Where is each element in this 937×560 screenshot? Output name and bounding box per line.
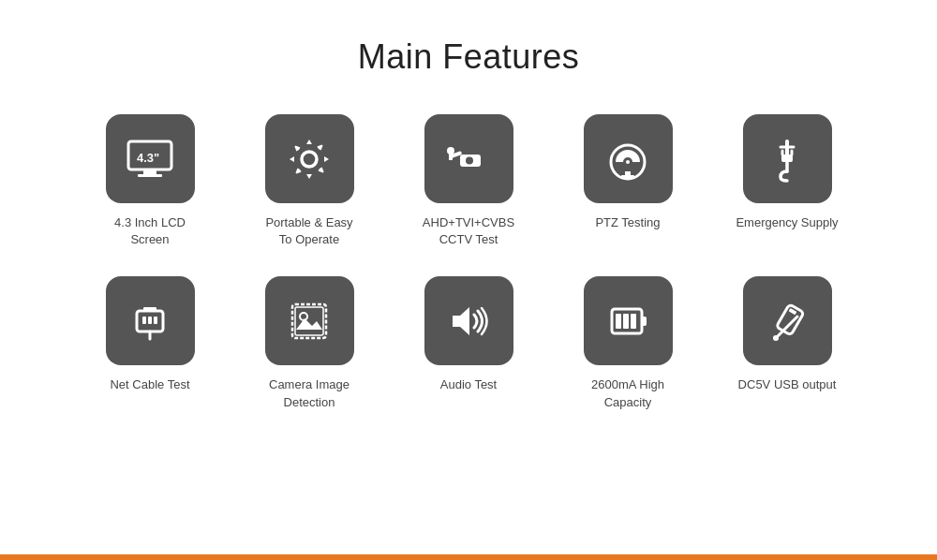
battery-icon-box xyxy=(584,276,673,365)
svg-rect-23 xyxy=(292,304,326,338)
svg-rect-9 xyxy=(449,151,453,160)
feature-audio: Audio Test xyxy=(417,276,520,410)
svg-rect-30 xyxy=(623,314,629,329)
usb-label: DC5V USB output xyxy=(738,376,837,393)
svg-point-11 xyxy=(626,160,630,164)
svg-rect-29 xyxy=(616,314,621,329)
features-row-2: Net Cable Test Camera Image Detection xyxy=(98,276,839,410)
audio-icon xyxy=(443,296,494,346)
camera-image-label: Camera Image Detection xyxy=(258,376,361,410)
svg-point-25 xyxy=(300,313,307,320)
svg-rect-20 xyxy=(154,317,157,324)
svg-point-35 xyxy=(773,335,779,341)
svg-rect-28 xyxy=(642,317,647,326)
feature-battery: 2600mA High Capacity xyxy=(576,276,679,410)
svg-rect-13 xyxy=(621,175,634,178)
usb-icon-box xyxy=(743,276,832,365)
svg-rect-24 xyxy=(295,307,323,335)
svg-point-4 xyxy=(302,152,317,167)
cctv-label: AHD+TVI+CVBS CCTV Test xyxy=(417,214,520,248)
svg-text:4.3": 4.3" xyxy=(137,151,159,165)
portable-label: Portable & Easy To Operate xyxy=(258,214,361,248)
ptz-icon-box xyxy=(584,114,673,203)
page-title: Main Features xyxy=(358,37,580,77)
emergency-icon-box xyxy=(743,114,832,203)
emergency-label: Emergency Supply xyxy=(736,214,838,231)
feature-camera-image: Camera Image Detection xyxy=(258,276,361,410)
usb-icon xyxy=(762,296,812,346)
svg-rect-19 xyxy=(148,317,152,324)
battery-label: 2600mA High Capacity xyxy=(576,376,679,410)
lcd-screen-label: 4.3 Inch LCD Screen xyxy=(98,214,201,248)
svg-rect-18 xyxy=(142,317,146,324)
camera-image-icon-box xyxy=(265,276,354,365)
features-row-1: 4.3" 4.3 Inch LCD Screen xyxy=(98,114,839,248)
cctv-icon-box xyxy=(424,114,513,203)
svg-point-6 xyxy=(466,156,473,164)
svg-rect-2 xyxy=(143,169,156,174)
net-cable-icon-box xyxy=(106,276,195,365)
svg-rect-22 xyxy=(143,307,156,311)
audio-label: Audio Test xyxy=(440,376,497,393)
bottom-accent-bar xyxy=(0,554,937,560)
svg-rect-3 xyxy=(138,174,162,177)
svg-rect-31 xyxy=(631,314,636,329)
image-icon xyxy=(284,296,335,346)
ethernet-icon xyxy=(125,296,175,346)
lcd-screen-icon-box: 4.3" xyxy=(106,114,195,203)
portable-icon-box xyxy=(265,114,354,203)
svg-marker-26 xyxy=(453,307,469,335)
feature-portable: Portable & Easy To Operate xyxy=(258,114,361,248)
features-grid: 4.3" 4.3 Inch LCD Screen xyxy=(0,114,937,411)
gear-icon xyxy=(284,134,335,184)
ptz-label: PTZ Testing xyxy=(595,214,660,231)
feature-usb: DC5V USB output xyxy=(736,276,839,410)
feature-ptz: PTZ Testing xyxy=(576,114,679,248)
feature-lcd-screen: 4.3" 4.3 Inch LCD Screen xyxy=(98,114,201,248)
plug-icon xyxy=(762,134,812,184)
lcd-icon: 4.3" xyxy=(125,134,175,184)
ptz-icon xyxy=(602,134,653,184)
feature-emergency: Emergency Supply xyxy=(736,114,839,248)
cctv-icon xyxy=(443,134,494,184)
net-cable-label: Net Cable Test xyxy=(110,376,189,393)
feature-net-cable: Net Cable Test xyxy=(98,276,201,410)
main-page: Main Features 4.3" 4.3 Inch LCD Screen xyxy=(0,0,937,560)
audio-icon-box xyxy=(424,276,513,365)
feature-cctv: AHD+TVI+CVBS CCTV Test xyxy=(417,114,520,248)
battery-icon xyxy=(602,296,653,346)
